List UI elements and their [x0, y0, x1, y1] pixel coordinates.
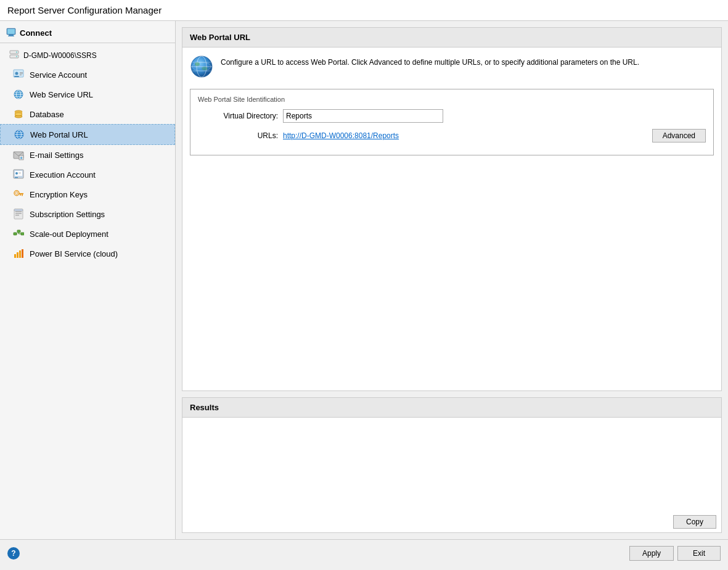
globe-icon	[190, 55, 213, 80]
apply-button[interactable]: Apply	[629, 546, 674, 561]
svg-rect-52	[14, 254, 16, 258]
svg-point-37	[15, 192, 18, 194]
svg-rect-55	[22, 249, 23, 258]
sidebar-item-label-email-settings: E-mail Settings	[30, 151, 83, 160]
svg-point-22	[15, 113, 22, 115]
svg-rect-48	[21, 233, 24, 235]
sidebar-item-label-encryption-keys: Encryption Keys	[30, 190, 88, 199]
copy-btn-row: Copy	[182, 511, 721, 532]
sidebar-item-service-account[interactable]: Service Account	[0, 65, 175, 85]
svg-point-62	[195, 62, 200, 66]
svg-rect-43	[15, 213, 22, 214]
results-panel-header: Results	[182, 398, 721, 418]
svg-rect-40	[20, 194, 21, 196]
svg-rect-2	[8, 36, 14, 36]
connect-header: Connect	[0, 23, 175, 43]
server-item[interactable]: D-GMD-W0006\SSRS	[0, 46, 175, 65]
sidebar-item-label-web-service-url: Web Service URL	[30, 90, 93, 99]
svg-point-63	[202, 67, 208, 70]
svg-rect-45	[14, 209, 23, 211]
web-portal-url-icon	[13, 128, 25, 141]
sidebar-item-scale-out-deployment[interactable]: Scale-out Deployment	[0, 224, 175, 244]
sidebar-item-label-database: Database	[30, 110, 64, 119]
svg-rect-38	[18, 193, 23, 194]
svg-rect-34	[18, 172, 21, 173]
virtual-directory-row: Virtual Directory:	[198, 109, 706, 123]
url-link[interactable]: http://D-GMD-W0006:8081/Reports	[283, 131, 399, 140]
sidebar-item-execution-account[interactable]: Execution Account	[0, 165, 175, 184]
svg-rect-13	[20, 75, 22, 75]
app-title: Report Server Configuration Manager	[7, 5, 162, 15]
svg-rect-11	[20, 72, 23, 73]
encryption-keys-icon	[12, 188, 25, 200]
info-text: Configure a URL to access Web Portal. Cl…	[221, 55, 639, 68]
help-icon[interactable]: ?	[7, 547, 20, 560]
site-id-legend: Web Portal Site Identification	[198, 96, 706, 103]
svg-point-21	[15, 115, 22, 118]
connect-icon	[6, 27, 16, 39]
web-portal-url-panel-body: Configure a URL to access Web Portal. Cl…	[182, 48, 721, 163]
info-section: Configure a URL to access Web Portal. Cl…	[190, 55, 714, 80]
sidebar-item-power-bi-service[interactable]: Power BI Service (cloud)	[0, 244, 175, 263]
bottom-bar: ? Apply Exit	[0, 539, 728, 566]
sidebar-item-label-web-portal-url: Web Portal URL	[30, 130, 88, 139]
svg-point-36	[14, 191, 19, 196]
svg-rect-39	[22, 194, 23, 196]
web-portal-url-panel: Web Portal URL	[182, 27, 722, 391]
svg-rect-54	[19, 250, 21, 258]
sidebar: Connect D-GMD-W0006\SSRS	[0, 21, 176, 539]
sidebar-item-label-subscription-settings: Subscription Settings	[30, 210, 105, 219]
service-account-icon	[12, 68, 25, 81]
urls-label: URLs:	[198, 131, 278, 140]
server-label: D-GMD-W0006\SSRS	[23, 51, 97, 60]
execution-account-icon	[12, 168, 25, 181]
sidebar-item-label-execution-account: Execution Account	[30, 170, 96, 180]
subscription-settings-icon	[12, 208, 25, 220]
sidebar-item-database[interactable]: Database	[0, 104, 175, 124]
svg-point-6	[16, 52, 17, 53]
web-portal-url-panel-header: Web Portal URL	[182, 28, 721, 48]
virtual-directory-label: Virtual Directory:	[198, 112, 278, 120]
svg-point-9	[15, 72, 18, 75]
results-body	[182, 418, 721, 511]
email-settings-icon	[12, 149, 25, 161]
site-id-section: Web Portal Site Identification Virtual D…	[190, 89, 714, 155]
web-portal-url-title: Web Portal URL	[190, 33, 250, 42]
urls-row: URLs: http://D-GMD-W0006:8081/Reports Ad…	[198, 129, 706, 142]
sidebar-item-email-settings[interactable]: E-mail Settings	[0, 145, 175, 165]
connect-label: Connect	[20, 28, 52, 38]
svg-rect-3	[7, 29, 15, 34]
results-title: Results	[190, 403, 219, 412]
sidebar-item-label-scale-out-deployment: Scale-out Deployment	[30, 229, 108, 239]
sidebar-item-subscription-settings[interactable]: Subscription Settings	[0, 204, 175, 224]
sidebar-item-web-portal-url[interactable]: Web Portal URL	[0, 124, 175, 145]
svg-rect-35	[18, 173, 21, 174]
title-bar: Report Server Configuration Manager	[0, 0, 728, 21]
exit-button[interactable]: Exit	[677, 546, 721, 561]
svg-rect-44	[15, 215, 19, 216]
svg-rect-12	[20, 73, 23, 74]
svg-point-7	[16, 56, 17, 57]
main-content: Web Portal URL	[176, 21, 728, 539]
advanced-button[interactable]: Advanced	[652, 129, 706, 142]
svg-rect-33	[15, 177, 18, 178]
sidebar-item-label-power-bi-service: Power BI Service (cloud)	[30, 249, 118, 258]
sidebar-item-web-service-url[interactable]: Web Service URL	[0, 85, 175, 104]
results-panel: Results Copy	[182, 397, 722, 533]
scale-out-deployment-icon	[12, 228, 25, 240]
svg-rect-47	[17, 230, 20, 233]
svg-rect-1	[9, 35, 14, 36]
virtual-directory-input[interactable]	[283, 109, 443, 123]
svg-rect-10	[14, 76, 19, 77]
sidebar-item-encryption-keys[interactable]: Encryption Keys	[0, 184, 175, 204]
copy-button[interactable]: Copy	[673, 515, 716, 529]
power-bi-service-icon	[12, 247, 25, 260]
database-icon	[12, 108, 25, 120]
main-layout: Connect D-GMD-W0006\SSRS	[0, 21, 728, 539]
svg-rect-46	[14, 233, 17, 235]
web-service-url-icon	[12, 88, 25, 101]
svg-point-32	[15, 172, 18, 175]
sidebar-item-label-service-account: Service Account	[30, 70, 87, 80]
url-row-content: http://D-GMD-W0006:8081/Reports Advanced	[283, 129, 706, 142]
server-icon	[9, 49, 20, 62]
